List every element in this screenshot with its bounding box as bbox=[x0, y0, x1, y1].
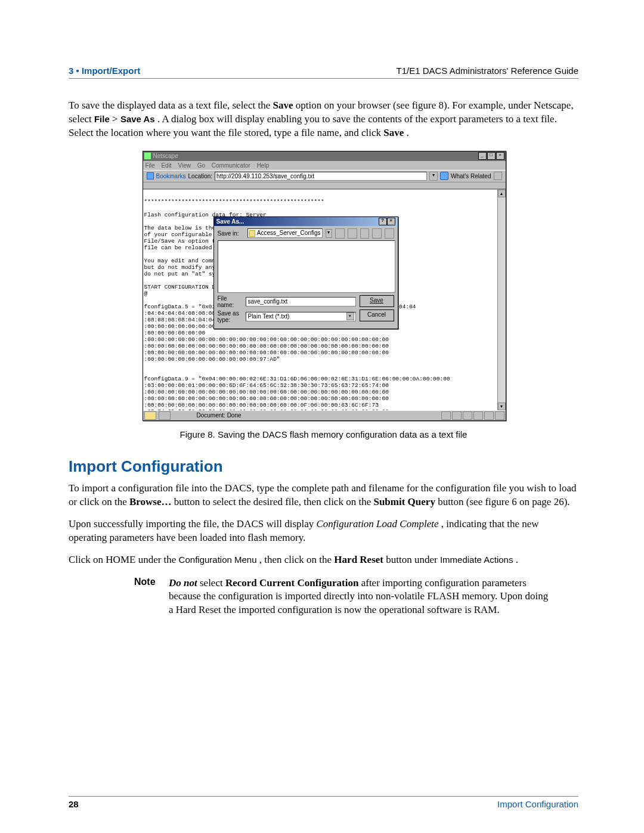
status-tool-icon-4[interactable] bbox=[473, 411, 483, 420]
do-not-text: Do not bbox=[169, 577, 197, 589]
menu-saveas: Save As bbox=[120, 114, 155, 124]
cancel-button[interactable]: Cancel bbox=[360, 309, 394, 321]
note-block: Note Do not select Record Current Config… bbox=[134, 577, 552, 618]
note-label: Note bbox=[134, 577, 169, 618]
dialog-close-icon[interactable]: × bbox=[387, 218, 395, 225]
page-header: 3 • Import/Export T1/E1 DACS Administrat… bbox=[69, 66, 578, 79]
menu-help-item[interactable]: Help bbox=[257, 162, 270, 169]
netscape-window: Netscape _ □ × File Edit View Go Communi… bbox=[143, 151, 506, 421]
dialog-titlebar[interactable]: Save As... ? × bbox=[214, 217, 398, 226]
configuration-menu-text: Configuration Menu bbox=[179, 555, 257, 565]
save-word: Save bbox=[273, 100, 293, 111]
dialog-help-icon[interactable]: ? bbox=[379, 218, 387, 225]
dialog-title-text: Save As... bbox=[216, 218, 244, 225]
save-word-2: Save bbox=[383, 127, 404, 138]
chevron-down-icon[interactable]: ▾ bbox=[346, 312, 354, 320]
window-titlebar[interactable]: Netscape _ □ × bbox=[143, 151, 506, 161]
status-bar: Document: Done bbox=[143, 410, 506, 420]
location-bar: Bookmarks Location: http://209.49.110.25… bbox=[143, 170, 506, 182]
menu-communicator-item[interactable]: Communicator bbox=[212, 162, 250, 169]
savetype-label: Save as type: bbox=[218, 310, 243, 323]
record-current-config-text: Record Current Configuration bbox=[225, 577, 359, 589]
savetype-dropdown[interactable]: Plain Text (*.txt) ▾ bbox=[246, 312, 355, 321]
menu-file-item[interactable]: File bbox=[145, 162, 155, 169]
import-paragraph-1: To import a configuration file into the … bbox=[69, 482, 578, 509]
location-label: Location: bbox=[188, 173, 213, 179]
status-tool-icon-5[interactable] bbox=[484, 411, 494, 420]
menu-edit-item[interactable]: Edit bbox=[161, 162, 171, 169]
import-paragraph-2: Upon successfully importing the file, th… bbox=[69, 518, 578, 545]
header-guide: T1/E1 DACS Administrators' Reference Gui… bbox=[397, 66, 579, 76]
menu-bar[interactable]: File Edit View Go Communicator Help bbox=[143, 161, 506, 170]
status-tool-icon-6[interactable] bbox=[495, 411, 504, 420]
import-configuration-heading: Import Configuration bbox=[69, 457, 578, 476]
figure-caption: Figure 8. Saving the DACS flash memory c… bbox=[69, 429, 578, 439]
bookmarks-icon[interactable] bbox=[147, 172, 154, 179]
minimize-icon[interactable]: _ bbox=[478, 152, 487, 160]
details-view-icon[interactable] bbox=[385, 228, 394, 239]
desktop-icon[interactable] bbox=[348, 228, 357, 239]
up-folder-icon[interactable] bbox=[335, 228, 345, 239]
savein-label: Save in: bbox=[218, 230, 244, 237]
config-load-complete: Configuration Load Complete bbox=[317, 518, 439, 529]
whats-related-button[interactable]: What's Related bbox=[451, 173, 491, 179]
scroll-down-icon[interactable]: ▾ bbox=[498, 402, 506, 410]
status-text: Document: Done bbox=[173, 412, 439, 419]
footer-section: Import Configuration bbox=[497, 799, 578, 809]
save-as-dialog[interactable]: Save As... ? × Save in: Access_Server_Co… bbox=[213, 216, 398, 329]
submit-query-word: Submit Query bbox=[373, 496, 435, 507]
header-section: 3 • Import/Export bbox=[69, 66, 140, 76]
savein-arrow-icon[interactable]: ▾ bbox=[326, 229, 333, 238]
window-title: Netscape bbox=[153, 153, 478, 159]
list-view-icon[interactable] bbox=[372, 228, 382, 239]
filename-label: File name: bbox=[218, 295, 243, 308]
immediate-actions-text: Immediate Actions bbox=[440, 555, 513, 565]
bookmarks-button[interactable]: Bookmarks bbox=[156, 173, 186, 179]
page-footer: 28 Import Configuration bbox=[69, 796, 578, 809]
location-dropdown-icon[interactable]: ▾ bbox=[429, 172, 438, 181]
hard-reset-word: Hard Reset bbox=[334, 554, 383, 565]
vertical-scrollbar[interactable]: ▴ ▾ bbox=[497, 190, 506, 410]
whats-related-icon[interactable] bbox=[440, 172, 448, 180]
folder-icon bbox=[249, 230, 255, 237]
menu-view-item[interactable]: View bbox=[178, 162, 191, 169]
import-paragraph-3: Click on HOME under the Configuration Me… bbox=[69, 553, 578, 567]
browser-content[interactable]: ****************************************… bbox=[143, 189, 506, 410]
figure-8: Netscape _ □ × File Edit View Go Communi… bbox=[143, 151, 505, 421]
savein-value: Access_Server_Configs bbox=[257, 229, 321, 237]
menu-file: File bbox=[94, 114, 110, 124]
scroll-up-icon[interactable]: ▴ bbox=[498, 190, 506, 197]
menu-go-item[interactable]: Go bbox=[197, 162, 205, 169]
status-tool-icon-3[interactable] bbox=[463, 411, 472, 420]
location-input[interactable]: http://209.49.110.253/save_config.txt bbox=[215, 172, 427, 181]
browse-word: Browse… bbox=[129, 496, 172, 507]
savein-dropdown[interactable]: Access_Server_Configs bbox=[247, 228, 323, 238]
new-folder-icon[interactable] bbox=[360, 228, 370, 239]
status-tool-icon-1[interactable] bbox=[441, 411, 451, 420]
page-number: 28 bbox=[69, 799, 79, 809]
note-body: Do not select Record Current Configurati… bbox=[169, 577, 552, 618]
status-tool-icon-2[interactable] bbox=[452, 411, 462, 420]
file-listbox[interactable] bbox=[218, 240, 395, 293]
netscape-icon bbox=[144, 153, 151, 159]
savetype-value: Plain Text (*.txt) bbox=[247, 312, 289, 321]
save-button[interactable]: Save bbox=[360, 295, 394, 307]
close-icon[interactable]: × bbox=[496, 152, 504, 160]
filename-input[interactable]: save_config.txt bbox=[246, 297, 355, 306]
maximize-icon[interactable]: □ bbox=[487, 152, 496, 160]
print-icon[interactable] bbox=[494, 172, 502, 180]
status-icon-2 bbox=[159, 411, 171, 420]
security-icon[interactable] bbox=[144, 411, 156, 420]
intro-paragraph: To save the displayed data as a text fil… bbox=[69, 99, 578, 140]
